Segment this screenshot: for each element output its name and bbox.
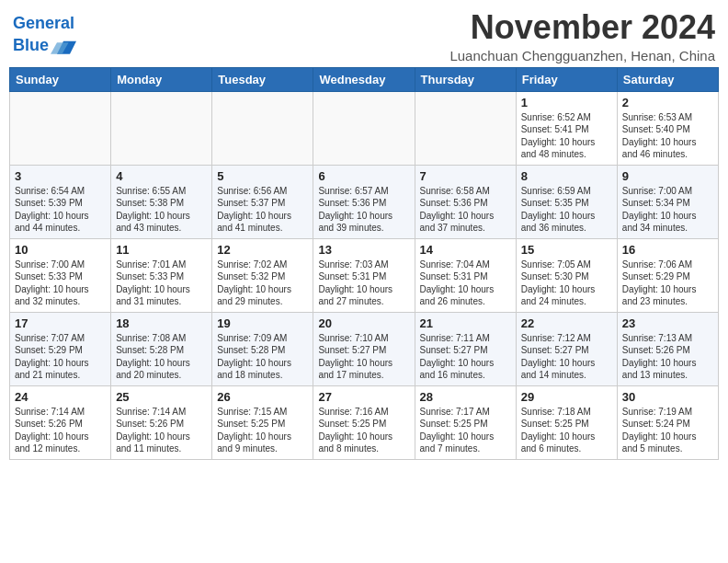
calendar-week-3: 10Sunrise: 7:00 AM Sunset: 5:33 PM Dayli… bbox=[10, 238, 719, 312]
day-info: Sunrise: 7:16 AM Sunset: 5:25 PM Dayligh… bbox=[318, 406, 409, 455]
calendar-week-2: 3Sunrise: 6:54 AM Sunset: 5:39 PM Daylig… bbox=[10, 165, 719, 238]
day-info: Sunrise: 7:19 AM Sunset: 5:24 PM Dayligh… bbox=[622, 406, 713, 455]
day-number: 13 bbox=[318, 243, 409, 257]
day-number: 17 bbox=[15, 316, 106, 330]
day-number: 6 bbox=[318, 169, 409, 183]
day-number: 7 bbox=[420, 169, 511, 183]
calendar-cell: 11Sunrise: 7:01 AM Sunset: 5:33 PM Dayli… bbox=[111, 238, 212, 312]
day-info: Sunrise: 7:10 AM Sunset: 5:27 PM Dayligh… bbox=[318, 332, 409, 382]
day-info: Sunrise: 7:00 AM Sunset: 5:33 PM Dayligh… bbox=[15, 259, 106, 308]
calendar-cell: 10Sunrise: 7:00 AM Sunset: 5:33 PM Dayli… bbox=[10, 238, 111, 312]
calendar-cell: 12Sunrise: 7:02 AM Sunset: 5:32 PM Dayli… bbox=[212, 238, 313, 312]
calendar-cell: 3Sunrise: 6:54 AM Sunset: 5:39 PM Daylig… bbox=[10, 165, 111, 238]
calendar-week-4: 17Sunrise: 7:07 AM Sunset: 5:29 PM Dayli… bbox=[10, 312, 719, 385]
day-number: 5 bbox=[217, 169, 308, 183]
day-number: 20 bbox=[318, 316, 409, 330]
calendar-cell bbox=[313, 91, 415, 165]
calendar-week-5: 24Sunrise: 7:14 AM Sunset: 5:26 PM Dayli… bbox=[10, 385, 719, 459]
day-info: Sunrise: 7:14 AM Sunset: 5:26 PM Dayligh… bbox=[15, 406, 106, 455]
day-info: Sunrise: 7:15 AM Sunset: 5:25 PM Dayligh… bbox=[217, 406, 308, 455]
day-number: 11 bbox=[116, 243, 207, 257]
calendar-cell: 4Sunrise: 6:55 AM Sunset: 5:38 PM Daylig… bbox=[111, 165, 212, 238]
day-info: Sunrise: 6:59 AM Sunset: 5:35 PM Dayligh… bbox=[521, 185, 612, 235]
page-header: General Blue November 2024 Luanchuan Che… bbox=[9, 9, 719, 63]
calendar-cell bbox=[111, 91, 212, 165]
day-number: 3 bbox=[15, 169, 106, 183]
weekday-header-tuesday: Tuesday bbox=[212, 67, 313, 91]
calendar-cell: 26Sunrise: 7:15 AM Sunset: 5:25 PM Dayli… bbox=[212, 385, 313, 459]
day-number: 21 bbox=[420, 316, 511, 330]
day-number: 24 bbox=[15, 390, 106, 404]
day-info: Sunrise: 7:06 AM Sunset: 5:29 PM Dayligh… bbox=[622, 259, 713, 308]
day-info: Sunrise: 6:52 AM Sunset: 5:41 PM Dayligh… bbox=[521, 111, 612, 161]
calendar-cell: 16Sunrise: 7:06 AM Sunset: 5:29 PM Dayli… bbox=[617, 238, 718, 312]
weekday-header-wednesday: Wednesday bbox=[313, 67, 415, 91]
day-number: 27 bbox=[318, 390, 409, 404]
logo-icon bbox=[51, 33, 76, 59]
weekday-header-monday: Monday bbox=[111, 67, 212, 91]
day-info: Sunrise: 6:55 AM Sunset: 5:38 PM Dayligh… bbox=[116, 185, 207, 235]
day-info: Sunrise: 7:01 AM Sunset: 5:33 PM Dayligh… bbox=[116, 259, 207, 308]
day-number: 4 bbox=[116, 169, 207, 183]
day-info: Sunrise: 7:00 AM Sunset: 5:34 PM Dayligh… bbox=[622, 185, 713, 235]
calendar-cell bbox=[415, 91, 516, 165]
day-info: Sunrise: 6:58 AM Sunset: 5:36 PM Dayligh… bbox=[420, 185, 511, 235]
day-number: 2 bbox=[622, 96, 713, 109]
calendar-cell: 25Sunrise: 7:14 AM Sunset: 5:26 PM Dayli… bbox=[111, 385, 212, 459]
month-title: November 2024 bbox=[449, 9, 715, 46]
calendar-cell: 14Sunrise: 7:04 AM Sunset: 5:31 PM Dayli… bbox=[415, 238, 516, 312]
day-number: 9 bbox=[622, 169, 713, 183]
day-info: Sunrise: 7:14 AM Sunset: 5:26 PM Dayligh… bbox=[116, 406, 207, 455]
calendar-cell: 24Sunrise: 7:14 AM Sunset: 5:26 PM Dayli… bbox=[10, 385, 111, 459]
day-number: 8 bbox=[521, 169, 612, 183]
weekday-header-thursday: Thursday bbox=[415, 67, 516, 91]
calendar-cell: 9Sunrise: 7:00 AM Sunset: 5:34 PM Daylig… bbox=[617, 165, 718, 238]
logo-general: General bbox=[13, 14, 74, 32]
calendar-cell: 13Sunrise: 7:03 AM Sunset: 5:31 PM Dayli… bbox=[313, 238, 415, 312]
weekday-header-saturday: Saturday bbox=[617, 67, 718, 91]
day-info: Sunrise: 7:07 AM Sunset: 5:29 PM Dayligh… bbox=[15, 332, 106, 382]
calendar-cell: 23Sunrise: 7:13 AM Sunset: 5:26 PM Dayli… bbox=[617, 312, 718, 385]
calendar-cell: 8Sunrise: 6:59 AM Sunset: 5:35 PM Daylig… bbox=[516, 165, 617, 238]
day-number: 18 bbox=[116, 316, 207, 330]
calendar-cell: 27Sunrise: 7:16 AM Sunset: 5:25 PM Dayli… bbox=[313, 385, 415, 459]
location: Luanchuan Chengguanzhen, Henan, China bbox=[449, 48, 715, 63]
day-info: Sunrise: 6:56 AM Sunset: 5:37 PM Dayligh… bbox=[217, 185, 308, 235]
weekday-header-friday: Friday bbox=[516, 67, 617, 91]
day-number: 29 bbox=[521, 390, 612, 404]
day-info: Sunrise: 7:18 AM Sunset: 5:25 PM Dayligh… bbox=[521, 406, 612, 455]
day-info: Sunrise: 7:08 AM Sunset: 5:28 PM Dayligh… bbox=[116, 332, 207, 382]
calendar-cell: 28Sunrise: 7:17 AM Sunset: 5:25 PM Dayli… bbox=[415, 385, 516, 459]
calendar-cell: 17Sunrise: 7:07 AM Sunset: 5:29 PM Dayli… bbox=[10, 312, 111, 385]
weekday-header-sunday: Sunday bbox=[10, 67, 111, 91]
day-number: 23 bbox=[622, 316, 713, 330]
day-info: Sunrise: 7:12 AM Sunset: 5:27 PM Dayligh… bbox=[521, 332, 612, 382]
calendar-cell: 20Sunrise: 7:10 AM Sunset: 5:27 PM Dayli… bbox=[313, 312, 415, 385]
day-info: Sunrise: 7:04 AM Sunset: 5:31 PM Dayligh… bbox=[420, 259, 511, 308]
day-number: 30 bbox=[622, 390, 713, 404]
day-number: 12 bbox=[217, 243, 308, 257]
calendar-cell: 7Sunrise: 6:58 AM Sunset: 5:36 PM Daylig… bbox=[415, 165, 516, 238]
calendar-cell: 5Sunrise: 6:56 AM Sunset: 5:37 PM Daylig… bbox=[212, 165, 313, 238]
day-info: Sunrise: 6:54 AM Sunset: 5:39 PM Dayligh… bbox=[15, 185, 106, 235]
logo-blue: Blue bbox=[13, 37, 49, 55]
day-info: Sunrise: 6:53 AM Sunset: 5:40 PM Dayligh… bbox=[622, 111, 713, 161]
calendar-week-1: 1Sunrise: 6:52 AM Sunset: 5:41 PM Daylig… bbox=[10, 91, 719, 165]
calendar-cell: 22Sunrise: 7:12 AM Sunset: 5:27 PM Dayli… bbox=[516, 312, 617, 385]
calendar-cell: 19Sunrise: 7:09 AM Sunset: 5:28 PM Dayli… bbox=[212, 312, 313, 385]
calendar-cell: 2Sunrise: 6:53 AM Sunset: 5:40 PM Daylig… bbox=[617, 91, 718, 165]
day-info: Sunrise: 7:05 AM Sunset: 5:30 PM Dayligh… bbox=[521, 259, 612, 308]
day-info: Sunrise: 7:13 AM Sunset: 5:26 PM Dayligh… bbox=[622, 332, 713, 382]
calendar-header-row: SundayMondayTuesdayWednesdayThursdayFrid… bbox=[10, 67, 719, 91]
day-info: Sunrise: 7:02 AM Sunset: 5:32 PM Dayligh… bbox=[217, 259, 308, 308]
calendar-cell: 1Sunrise: 6:52 AM Sunset: 5:41 PM Daylig… bbox=[516, 91, 617, 165]
day-info: Sunrise: 7:03 AM Sunset: 5:31 PM Dayligh… bbox=[318, 259, 409, 308]
calendar-cell: 30Sunrise: 7:19 AM Sunset: 5:24 PM Dayli… bbox=[617, 385, 718, 459]
day-number: 25 bbox=[116, 390, 207, 404]
day-info: Sunrise: 7:09 AM Sunset: 5:28 PM Dayligh… bbox=[217, 332, 308, 382]
day-number: 1 bbox=[521, 96, 612, 109]
title-block: November 2024 Luanchuan Chengguanzhen, H… bbox=[449, 9, 715, 63]
day-info: Sunrise: 7:11 AM Sunset: 5:27 PM Dayligh… bbox=[420, 332, 511, 382]
day-number: 15 bbox=[521, 243, 612, 257]
day-info: Sunrise: 6:57 AM Sunset: 5:36 PM Dayligh… bbox=[318, 185, 409, 235]
